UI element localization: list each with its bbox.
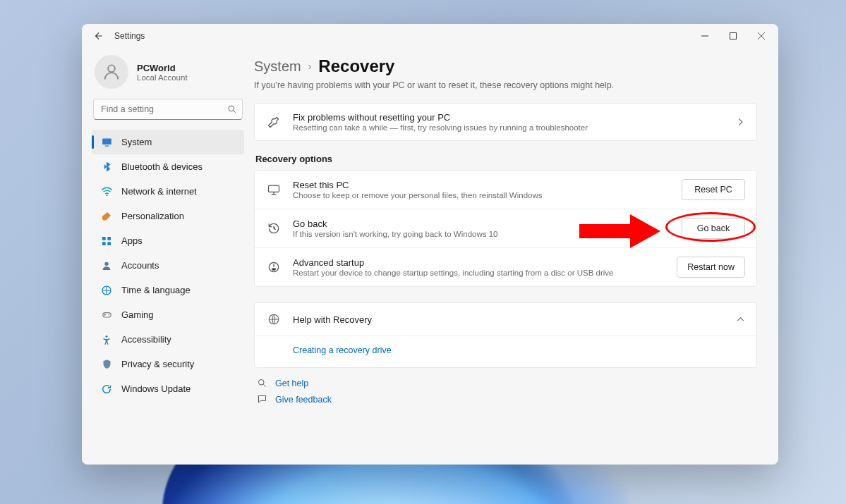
sidebar: PCWorld Local Account System Bluetooth &…: [82, 48, 250, 465]
help-header[interactable]: Help with Recovery: [255, 303, 756, 336]
svg-point-18: [258, 380, 264, 386]
search-input[interactable]: [93, 99, 243, 120]
titlebar: Settings: [82, 24, 778, 48]
option-desc: Choose to keep or remove your personal f…: [293, 191, 670, 199]
option-reset-pc: Reset this PC Choose to keep or remove y…: [255, 171, 756, 209]
sidebar-item-network[interactable]: Network & internet: [92, 179, 244, 204]
svg-point-13: [108, 314, 109, 316]
main-content: System › Recovery If you're having probl…: [250, 48, 778, 465]
search-container: [93, 99, 243, 120]
go-back-button[interactable]: Go back: [682, 218, 745, 239]
reset-pc-button[interactable]: Reset PC: [682, 179, 745, 200]
svg-rect-8: [102, 242, 106, 245]
globe-icon: [266, 313, 282, 326]
close-button[interactable]: [747, 25, 775, 47]
option-title: Advanced startup: [293, 257, 665, 268]
sidebar-item-time-language[interactable]: Time & language: [92, 278, 244, 302]
sidebar-item-label: Gaming: [121, 309, 154, 320]
maximize-icon: [730, 32, 737, 39]
option-title: Reset this PC: [293, 180, 670, 190]
close-icon: [758, 32, 765, 39]
sidebar-item-privacy[interactable]: Privacy & security: [92, 352, 244, 376]
sidebar-item-label: Privacy & security: [121, 359, 194, 369]
search-icon: [227, 104, 237, 114]
window-title: Settings: [114, 31, 145, 41]
minimize-icon: [701, 32, 708, 39]
settings-window: Settings PCWorld Local Account: [82, 24, 778, 465]
chevron-up-icon: [736, 315, 745, 324]
sidebar-item-label: Apps: [121, 235, 143, 246]
fix-problems-card[interactable]: Fix problems without resetting your PC R…: [254, 103, 757, 141]
svg-rect-7: [107, 237, 111, 240]
gear-power-icon: [266, 260, 282, 274]
help-links: Creating a recovery drive: [255, 336, 756, 367]
help-search-icon: [255, 378, 268, 388]
option-title: Go back: [293, 219, 670, 229]
sidebar-item-label: Time & language: [121, 285, 191, 295]
svg-rect-15: [269, 185, 279, 192]
help-link-recovery-drive[interactable]: Creating a recovery drive: [293, 345, 392, 355]
option-desc: If this version isn't working, try going…: [293, 230, 670, 238]
restart-now-button[interactable]: Restart now: [677, 257, 745, 278]
maximize-button[interactable]: [719, 25, 747, 47]
accounts-icon: [100, 259, 113, 272]
breadcrumb-parent[interactable]: System: [254, 59, 301, 75]
minimize-button[interactable]: [691, 25, 719, 47]
globe-clock-icon: [100, 284, 113, 297]
footer-links: Get help Give feedback: [255, 378, 757, 405]
option-advanced-startup: Advanced startup Restart your device to …: [255, 248, 756, 286]
fix-card-desc: Resetting can take a while — first, try …: [293, 123, 724, 132]
svg-rect-0: [730, 33, 737, 39]
sidebar-item-windows-update[interactable]: Windows Update: [92, 376, 244, 401]
option-desc: Restart your device to change startup se…: [293, 269, 665, 277]
svg-point-2: [229, 106, 234, 111]
svg-rect-9: [107, 242, 111, 245]
arrow-left-icon: [93, 31, 103, 41]
apps-icon: [100, 235, 113, 247]
sidebar-item-personalization[interactable]: Personalization: [92, 204, 244, 228]
get-help-label: Get help: [275, 379, 308, 388]
page-subtitle: If you're having problems with your PC o…: [254, 80, 757, 90]
sidebar-item-label: Personalization: [121, 211, 184, 221]
history-icon: [266, 221, 282, 235]
accessibility-icon: [100, 333, 113, 346]
sidebar-item-label: Bluetooth & devices: [121, 161, 203, 172]
person-icon: [102, 62, 121, 82]
sidebar-item-gaming[interactable]: Gaming: [92, 302, 244, 327]
chevron-right-icon: [735, 117, 745, 127]
sidebar-item-label: System: [121, 137, 152, 147]
page-title: Recovery: [318, 56, 394, 76]
sidebar-item-label: Windows Update: [121, 383, 191, 394]
back-button[interactable]: [89, 27, 107, 45]
sidebar-item-accounts[interactable]: Accounts: [92, 253, 244, 278]
sidebar-item-bluetooth[interactable]: Bluetooth & devices: [92, 154, 244, 179]
sidebar-item-system[interactable]: System: [92, 130, 244, 154]
svg-point-10: [104, 262, 108, 265]
feedback-icon: [255, 394, 268, 405]
profile-name: PCWorld: [137, 63, 188, 73]
reset-pc-icon: [266, 183, 282, 197]
shield-icon: [100, 358, 113, 371]
wrench-icon: [266, 115, 282, 129]
profile-subtitle: Local Account: [137, 73, 188, 82]
brush-icon: [100, 210, 113, 223]
update-icon: [100, 383, 113, 395]
gaming-icon: [100, 309, 113, 321]
svg-point-14: [105, 335, 107, 337]
sidebar-item-label: Accessibility: [121, 334, 171, 345]
profile-block[interactable]: PCWorld Local Account: [92, 48, 244, 99]
give-feedback-link[interactable]: Give feedback: [255, 394, 757, 405]
sidebar-item-apps[interactable]: Apps: [92, 228, 244, 253]
svg-rect-6: [102, 237, 106, 240]
fix-card-title: Fix problems without resetting your PC: [293, 112, 724, 123]
system-icon: [100, 136, 113, 149]
option-go-back: Go back If this version isn't working, t…: [255, 209, 756, 248]
chevron-right-icon: ›: [308, 61, 312, 72]
give-feedback-label: Give feedback: [275, 395, 332, 405]
svg-point-1: [108, 65, 115, 72]
sidebar-item-accessibility[interactable]: Accessibility: [92, 327, 244, 352]
avatar: [95, 55, 128, 89]
get-help-link[interactable]: Get help: [255, 378, 757, 388]
sidebar-item-label: Network & internet: [121, 186, 197, 197]
nav: System Bluetooth & devices Network & int…: [92, 130, 244, 401]
